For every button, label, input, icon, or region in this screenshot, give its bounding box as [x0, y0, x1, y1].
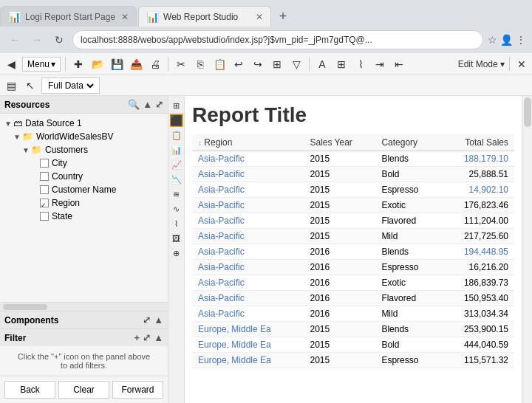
export-button[interactable]: 📤 — [128, 56, 144, 72]
cell-region: Asia-Pacific — [192, 213, 304, 229]
toolbar-separator-4 — [509, 57, 510, 72]
checkbox-region[interactable] — [40, 199, 49, 207]
filter2-button[interactable]: ▽ — [288, 56, 304, 72]
collapse-filter-icon[interactable]: ▲ — [154, 332, 163, 343]
refresh-button[interactable]: ↻ — [50, 31, 68, 49]
tab-close-1[interactable]: ✕ — [115, 12, 129, 22]
edit-mode-label: Edit Mode ▾ — [458, 59, 505, 69]
left-toolbar-btn-4[interactable]: 📊 — [170, 143, 183, 156]
forward-button[interactable]: → — [28, 31, 46, 49]
cell-category: Mild — [375, 229, 440, 244]
cell-year: 2015 — [304, 353, 375, 368]
redo-button[interactable]: ↪ — [250, 56, 266, 72]
address-bar: ← → ↻ ☆ 👤 ⋮ — [0, 27, 532, 53]
filter-button[interactable]: ⊞ — [269, 56, 285, 72]
clear-panel-button[interactable]: Clear — [58, 381, 109, 399]
print-button[interactable]: 🖨 — [147, 56, 163, 72]
filter-header-icons: + ⤢ ▲ — [134, 332, 163, 343]
left-toolbar-btn-11[interactable]: ⊕ — [170, 247, 183, 260]
text-button[interactable]: A — [314, 56, 330, 72]
table-row: Asia-Pacific2016Mild313,034.34 — [192, 306, 514, 322]
expand-icon[interactable]: ⤢ — [155, 99, 163, 110]
expand-icon-ww: ▼ — [13, 133, 21, 141]
tree-item-state[interactable]: State — [0, 210, 168, 223]
horizontal-scrollbar[interactable] — [0, 302, 168, 311]
tree-item-customers[interactable]: ▼ 📁 Customers — [0, 143, 168, 156]
tab-add-button[interactable]: + — [273, 6, 293, 27]
toggle-panel-button[interactable]: ◀ — [3, 56, 19, 72]
add-filter-icon[interactable]: + — [134, 332, 140, 343]
data-mode-dropdown[interactable]: Full Data — [45, 80, 96, 92]
collapse-icon[interactable]: ▲ — [143, 99, 152, 110]
menu-bar: ◀ Menu ▾ ✚ 📂 💾 📤 🖨 ✂ ⎘ 📋 ↩ ↪ ⊞ ▽ A ⊞ ⌇ ⇥… — [0, 53, 532, 75]
collapse-components-icon[interactable]: ▲ — [154, 314, 163, 326]
left-toolbar-btn-3[interactable]: 📋 — [170, 128, 183, 142]
forward-panel-button[interactable]: Forward — [112, 381, 163, 399]
bookmark-icon[interactable]: ☆ — [488, 34, 497, 46]
app-container: ◀ Menu ▾ ✚ 📂 💾 📤 🖨 ✂ ⎘ 📋 ↩ ↪ ⊞ ▽ A ⊞ ⌇ ⇥… — [0, 53, 532, 403]
checkbox-state[interactable] — [40, 212, 49, 221]
datasource-icon: 🗃 — [13, 118, 22, 128]
tree-item-country[interactable]: Country — [0, 170, 168, 183]
tab-web-report-studio[interactable]: 📊 Web Report Studio ✕ — [138, 6, 271, 27]
cell-category: Espresso — [375, 353, 440, 368]
tab-logi-report[interactable]: 📊 Logi Report Start Page ✕ — [0, 6, 137, 27]
left-toolbar-btn-7[interactable]: ≋ — [170, 187, 183, 201]
new-button[interactable]: ✚ — [70, 56, 86, 72]
left-toolbar-btn-5[interactable]: 📈 — [170, 158, 183, 171]
vertical-scrollbar[interactable] — [522, 96, 532, 403]
menu-button[interactable]: Menu ▾ — [22, 57, 61, 72]
left-panel: Resources 🔍 ▲ ⤢ ▼ 🗃 Data Source 1 — [0, 96, 168, 403]
tree-item-city[interactable]: City — [0, 156, 168, 170]
indent-button[interactable]: ⇥ — [372, 56, 388, 72]
expand-components-icon[interactable]: ⤢ — [143, 314, 151, 326]
checkbox-country[interactable] — [40, 172, 49, 181]
tree-item-region[interactable]: Region — [0, 196, 168, 210]
data-mode-select[interactable]: Full Data — [41, 78, 100, 94]
resources-header-icons: 🔍 ▲ ⤢ — [128, 99, 163, 110]
left-toolbar-btn-6[interactable]: 📉 — [170, 173, 183, 186]
menu-icon[interactable]: ⋮ — [516, 34, 526, 46]
paste-button[interactable]: 📋 — [211, 56, 228, 72]
copy-button[interactable]: ⎘ — [192, 56, 208, 72]
vscroll-thumb[interactable] — [524, 97, 531, 127]
tab-close-2[interactable]: ✕ — [250, 12, 263, 22]
layout-btn[interactable]: ▤ — [3, 78, 19, 94]
cell-category: Mild — [375, 306, 440, 322]
back-panel-button[interactable]: Back — [4, 381, 55, 399]
tree-item-wwsales[interactable]: ▼ 📁 WorldWideSalesBV — [0, 130, 168, 143]
cell-year: 2015 — [304, 198, 375, 213]
cell-sales: 150,953.40 — [440, 291, 514, 306]
outdent-button[interactable]: ⇤ — [391, 56, 407, 72]
panel-buttons: Back Clear Forward — [0, 376, 168, 403]
format-button[interactable]: ⌇ — [352, 56, 369, 72]
search-icon[interactable]: 🔍 — [128, 99, 140, 110]
left-toolbar-btn-1[interactable]: ⊞ — [170, 99, 183, 112]
align-button[interactable]: ⊞ — [333, 56, 349, 72]
expand-filter-icon[interactable]: ⤢ — [143, 332, 151, 343]
edit-mode-selector[interactable]: Edit Mode ▾ — [458, 59, 505, 69]
cell-region: Asia-Pacific — [192, 306, 304, 322]
open-button[interactable]: 📂 — [89, 56, 106, 72]
filter-hint-line1: Click the "+" icon on the panel above — [18, 352, 150, 361]
left-toolbar-btn-9[interactable]: ⌇ — [170, 217, 183, 230]
left-toolbar-btn-2[interactable]: ⬛ — [170, 114, 183, 127]
left-toolbar-btn-8[interactable]: ∿ — [170, 202, 183, 216]
address-input[interactable] — [72, 30, 483, 49]
tree-area: ▼ 🗃 Data Source 1 ▼ 📁 WorldWideSalesBV ▼… — [0, 114, 168, 302]
left-toolbar-btn-10[interactable]: 🖼 — [170, 232, 183, 245]
checkbox-custname[interactable] — [40, 185, 49, 194]
save-button[interactable]: 💾 — [109, 56, 125, 72]
tree-item-customer-name[interactable]: Customer Name — [0, 183, 168, 196]
cursor-btn[interactable]: ↖ — [22, 78, 38, 94]
checkbox-city[interactable] — [40, 159, 49, 168]
cut-button[interactable]: ✂ — [173, 56, 189, 72]
close-report-button[interactable]: ✕ — [514, 57, 529, 72]
back-button[interactable]: ← — [6, 31, 24, 49]
account-icon[interactable]: 👤 — [500, 34, 513, 46]
main-content: Resources 🔍 ▲ ⤢ ▼ 🗃 Data Source 1 — [0, 96, 532, 403]
datasource-label: Data Source 1 — [25, 118, 82, 128]
tree-item-datasource[interactable]: ▼ 🗃 Data Source 1 — [0, 117, 168, 130]
city-label: City — [52, 158, 67, 168]
undo-button[interactable]: ↩ — [231, 56, 247, 72]
